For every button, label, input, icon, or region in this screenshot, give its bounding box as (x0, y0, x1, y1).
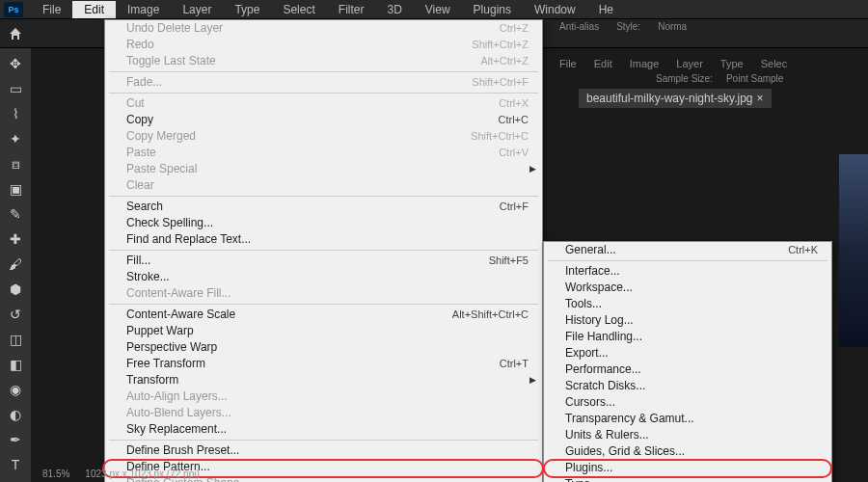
prefs-menu-plugins[interactable]: Plugins... (544, 460, 831, 476)
menu-file[interactable]: File (31, 1, 72, 18)
secondary-menu-bar: FileEditImageLayerTypeSelec (559, 58, 787, 69)
pen-tool[interactable]: ✒ (4, 428, 27, 451)
menu-item-label: Undo Delete Layer (126, 21, 223, 36)
wand-tool[interactable]: ✦ (4, 127, 27, 150)
eraser-tool[interactable]: ◫ (4, 328, 27, 351)
edit-menu-stroke[interactable]: Stroke... (105, 269, 542, 285)
menu-item-label: Cut (126, 96, 145, 111)
dodge-tool[interactable]: ◐ (4, 403, 27, 426)
edit-menu-perspective-warp[interactable]: Perspective Warp (105, 339, 542, 356)
menu-edit[interactable]: Edit (72, 1, 116, 18)
menu-item-label: Define Brush Preset... (126, 443, 239, 458)
edit-menu-content-aware-scale[interactable]: Content-Aware ScaleAlt+Shift+Ctrl+C (105, 307, 542, 323)
edit-menu-search[interactable]: SearchCtrl+F (105, 199, 542, 215)
heal-tool[interactable]: ✚ (4, 228, 27, 251)
move-tool[interactable]: ✥ (4, 52, 27, 75)
prefs-menu-cursors[interactable]: Cursors... (544, 394, 831, 411)
menu-item-label: Auto-Align Layers... (126, 389, 228, 404)
menu-item-label: Performance... (565, 362, 641, 377)
style-value[interactable]: Norma (658, 21, 687, 32)
edit-menu-sky-replacement[interactable]: Sky Replacement... (105, 421, 542, 438)
edit-menu-dropdown: Undo Delete LayerCtrl+ZRedoShift+Ctrl+ZT… (104, 19, 543, 482)
prefs-menu-history-log[interactable]: History Log... (544, 312, 831, 329)
marquee-tool[interactable]: ▭ (4, 77, 27, 100)
menu-item-label: Interface... (565, 264, 620, 279)
prefs-menu-transparency-gamut[interactable]: Transparency & Gamut... (544, 411, 831, 427)
type-tool[interactable]: T (4, 453, 27, 476)
menu-item-label: Find and Replace Text... (126, 232, 251, 247)
menu-type[interactable]: Type (223, 1, 271, 18)
prefs-menu-general[interactable]: General...Ctrl+K (544, 242, 831, 258)
prefs-menu-guides-grid-slices[interactable]: Guides, Grid & Slices... (544, 443, 831, 460)
sample-strip: Sample Size: Point Sample (656, 73, 783, 84)
stamp-tool[interactable]: ⬢ (4, 278, 27, 301)
secondary-menu-file[interactable]: File (559, 58, 577, 69)
prefs-menu-type[interactable]: Type... (544, 476, 831, 482)
menu-item-label: Search (126, 200, 163, 214)
edit-menu-define-brush-preset[interactable]: Define Brush Preset... (105, 442, 542, 459)
menu-window[interactable]: Window (523, 1, 587, 18)
secondary-menu-selec[interactable]: Selec (761, 58, 788, 69)
prefs-menu-units-rulers[interactable]: Units & Rulers... (544, 427, 831, 443)
secondary-menu-type[interactable]: Type (720, 58, 744, 69)
edit-menu-transform[interactable]: Transform▶ (105, 372, 542, 388)
menu-item-label: Scratch Disks... (565, 379, 645, 393)
point-sample-value[interactable]: Point Sample (726, 73, 783, 84)
history-tool[interactable]: ↺ (4, 303, 27, 326)
prefs-menu-interface[interactable]: Interface... (544, 263, 831, 280)
blur-tool[interactable]: ◉ (4, 378, 27, 401)
edit-menu-toggle-last-state: Toggle Last StateAlt+Ctrl+Z (105, 53, 542, 69)
prefs-menu-workspace[interactable]: Workspace... (544, 280, 831, 296)
menu-plugins[interactable]: Plugins (462, 1, 523, 18)
zoom-level[interactable]: 81.5% (42, 469, 69, 479)
prefs-menu-file-handling[interactable]: File Handling... (544, 329, 831, 345)
edit-menu-paste-special: Paste Special▶ (105, 161, 542, 177)
app-logo: Ps (4, 2, 23, 17)
menu-item-label: Guides, Grid & Slices... (565, 444, 685, 459)
menu-image[interactable]: Image (116, 1, 171, 18)
edit-menu-copy[interactable]: CopyCtrl+C (105, 112, 542, 128)
lasso-tool[interactable]: ⌇ (4, 102, 27, 125)
menu-item-label: Tools... (565, 297, 602, 311)
menu-item-label: Perspective Warp (126, 340, 217, 355)
sample-size-label: Sample Size: (656, 73, 713, 84)
status-bar: 81.5% 1023 px x 1023 px (72 ppi) (35, 465, 207, 482)
prefs-menu-performance[interactable]: Performance... (544, 362, 831, 378)
edit-menu-check-spelling[interactable]: Check Spelling... (105, 215, 542, 231)
secondary-menu-image[interactable]: Image (630, 58, 660, 69)
eyedropper-tool[interactable]: ✎ (4, 202, 27, 226)
menu-layer[interactable]: Layer (171, 1, 223, 18)
menu-3d[interactable]: 3D (375, 1, 413, 18)
menu-item-label: Redo (126, 38, 154, 52)
frame-tool[interactable]: ▣ (4, 177, 27, 201)
menu-he[interactable]: He (587, 1, 625, 18)
edit-menu-puppet-warp[interactable]: Puppet Warp (105, 323, 542, 339)
close-icon[interactable]: × (757, 92, 764, 105)
menu-item-label: Paste (126, 146, 156, 160)
menu-item-label: Transform (126, 373, 178, 388)
secondary-menu-edit[interactable]: Edit (594, 58, 612, 69)
prefs-menu-export[interactable]: Export... (544, 345, 831, 362)
menu-item-label: Stroke... (126, 270, 170, 284)
edit-menu-find-and-replace-text[interactable]: Find and Replace Text... (105, 231, 542, 248)
brush-tool[interactable]: 🖌 (4, 253, 27, 276)
gradient-tool[interactable]: ◧ (4, 353, 27, 376)
home-icon[interactable] (8, 26, 23, 41)
edit-menu-clear: Clear (105, 177, 542, 194)
menu-item-shortcut: Shift+Ctrl+F (472, 75, 529, 90)
prefs-menu-scratch-disks[interactable]: Scratch Disks... (544, 378, 831, 394)
edit-menu-free-transform[interactable]: Free TransformCtrl+T (105, 356, 542, 372)
menu-select[interactable]: Select (271, 1, 326, 18)
prefs-menu-separator (548, 260, 827, 261)
secondary-menu-layer[interactable]: Layer (676, 58, 703, 69)
path-tool[interactable]: ↖ (4, 478, 27, 482)
edit-menu-fill[interactable]: Fill...Shift+F5 (105, 253, 542, 269)
crop-tool[interactable]: ⧈ (4, 152, 27, 175)
document-tab[interactable]: beautiful-milky-way-night-sky.jpg × (579, 89, 772, 108)
edit-menu-separator (109, 250, 538, 251)
edit-menu-paste: PasteCtrl+V (105, 145, 542, 161)
menu-filter[interactable]: Filter (327, 1, 376, 18)
prefs-menu-tools[interactable]: Tools... (544, 296, 831, 312)
edit-menu-separator (109, 71, 538, 72)
menu-view[interactable]: View (414, 1, 462, 18)
